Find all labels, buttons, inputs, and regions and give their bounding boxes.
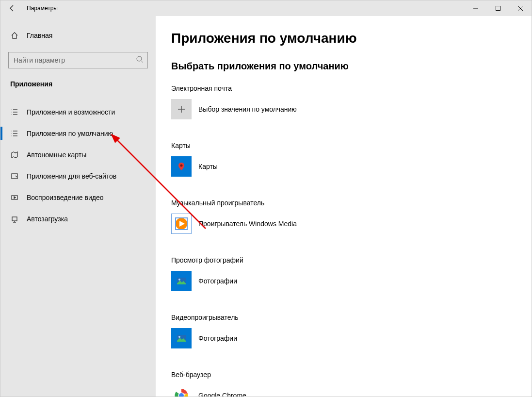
video-icon — [10, 193, 19, 202]
list-icon — [10, 108, 19, 116]
sidebar-nav: Приложения и возможности Приложения по у… — [0, 101, 156, 230]
category-photos: Просмотр фотографий — [171, 256, 512, 264]
default-music-button[interactable]: Проигрыватель Windows Media — [171, 214, 512, 234]
titlebar: Параметры — [0, 0, 532, 16]
chrome-app-icon — [171, 385, 192, 397]
sidebar-item-label: Автозагрузка — [27, 215, 68, 223]
default-maps-button[interactable]: Карты — [171, 156, 512, 177]
photos-app-icon — [171, 271, 192, 291]
sidebar-section-title: Приложения — [8, 80, 148, 93]
svg-rect-1 — [496, 6, 500, 11]
svg-rect-20 — [12, 217, 17, 221]
svg-point-29 — [178, 279, 180, 281]
map-icon — [10, 150, 19, 159]
app-label: Карты — [198, 163, 218, 170]
back-button[interactable] — [0, 0, 24, 16]
sidebar-item-apps-features[interactable]: Приложения и возможности — [0, 101, 156, 123]
home-icon — [10, 31, 19, 40]
minimize-button[interactable] — [465, 0, 487, 16]
sidebar-item-label: Приложения для веб-сайтов — [27, 172, 116, 180]
sidebar-item-default-apps[interactable]: Приложения по умолчанию — [0, 123, 156, 144]
app-label: Фотографии — [198, 334, 237, 342]
app-label: Фотографии — [198, 277, 237, 285]
app-label: Google Chrome — [198, 392, 246, 397]
defaults-icon — [10, 129, 19, 138]
photos-app-icon — [171, 328, 192, 348]
sidebar-home-label: Главная — [27, 32, 52, 39]
svg-line-5 — [141, 61, 143, 63]
category-email: Электронная почта — [171, 84, 512, 92]
default-email-button[interactable]: Выбор значения по умолчанию — [171, 99, 512, 119]
section-title: Выбрать приложения по умолчанию — [171, 61, 512, 72]
category-music: Музыкальный проигрыватель — [171, 199, 512, 207]
app-label: Выбор значения по умолчанию — [198, 105, 297, 113]
sidebar-item-label: Автономные карты — [27, 151, 86, 159]
svg-point-31 — [178, 336, 180, 338]
category-browser: Веб-браузер — [171, 371, 512, 379]
window-controls — [465, 0, 532, 16]
maps-app-icon — [171, 156, 192, 177]
sidebar-item-label: Приложения по умолчанию — [27, 130, 113, 137]
wmp-app-icon — [171, 214, 192, 234]
search-box[interactable] — [8, 52, 148, 68]
search-input[interactable] — [14, 56, 136, 64]
page-title: Приложения по умолчанию — [171, 31, 512, 46]
sidebar-home[interactable]: Главная — [8, 26, 148, 45]
search-icon — [136, 55, 144, 65]
maximize-button[interactable] — [487, 0, 509, 16]
svg-rect-18 — [12, 174, 17, 179]
sidebar-item-web-apps[interactable]: Приложения для веб-сайтов — [0, 165, 156, 187]
sidebar-item-video-playback[interactable]: Воспроизведение видео — [0, 187, 156, 208]
close-button[interactable] — [509, 0, 532, 16]
svg-point-25 — [180, 165, 183, 167]
sidebar: Главная Приложения Приложения и возможно… — [0, 16, 156, 397]
default-photos-button[interactable]: Фотографии — [171, 271, 512, 291]
plus-icon — [171, 99, 192, 119]
sidebar-item-label: Воспроизведение видео — [27, 194, 103, 201]
sidebar-item-startup[interactable]: Автозагрузка — [0, 208, 156, 230]
content-area: Приложения по умолчанию Выбрать приложен… — [156, 16, 532, 397]
startup-icon — [10, 215, 19, 223]
sidebar-item-offline-maps[interactable]: Автономные карты — [0, 144, 156, 165]
app-label: Проигрыватель Windows Media — [198, 220, 297, 228]
category-maps: Карты — [171, 142, 512, 149]
window-title: Параметры — [24, 5, 58, 12]
default-video-button[interactable]: Фотографии — [171, 328, 512, 348]
default-browser-button[interactable]: Google Chrome — [171, 385, 512, 397]
web-app-icon — [10, 172, 19, 181]
category-video: Видеопроигрыватель — [171, 314, 512, 321]
sidebar-item-label: Приложения и возможности — [27, 108, 115, 116]
svg-point-4 — [137, 56, 142, 61]
